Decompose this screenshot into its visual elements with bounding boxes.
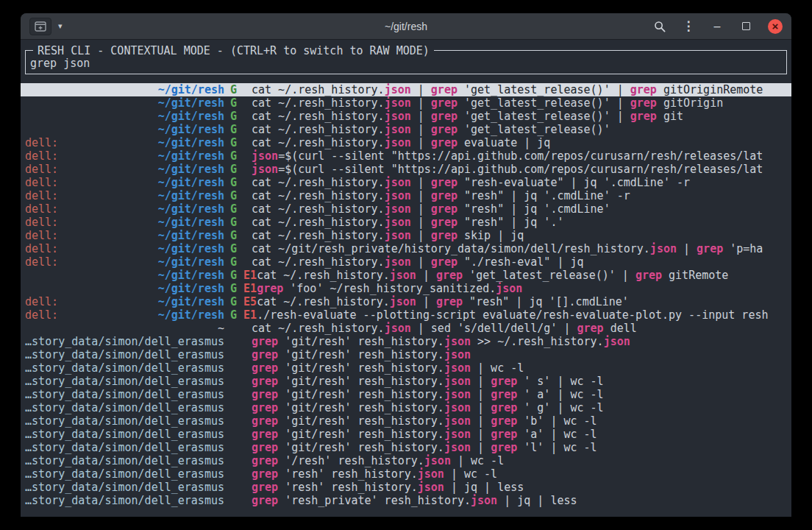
restore-icon (742, 22, 750, 30)
flags-cell (224, 348, 252, 361)
location-cell: …story_data/simon/dell_erasmus (25, 494, 224, 507)
history-row[interactable]: …story_data/simon/dell_erasmusgrep 'git/… (25, 441, 787, 454)
path-label: …story_data/simon/dell_erasmus (25, 428, 224, 441)
history-row[interactable]: ~/git/reshGcat ~/.resh_history.json | gr… (25, 110, 787, 123)
history-row[interactable]: …story_data/simon/dell_erasmusgrep '/res… (25, 454, 787, 467)
host-label: dell: (25, 202, 58, 216)
new-tab-button[interactable] (29, 18, 51, 35)
command-text: cat ~/.resh_history.json | grep evaluate… (252, 136, 550, 149)
history-row[interactable]: ~/git/reshG E1grep 'foo' ~/resh_history_… (25, 282, 787, 295)
git-flag: G (230, 189, 237, 202)
path-label: ~/git/resh (158, 123, 224, 136)
flags-cell (224, 361, 252, 375)
git-flag: G (230, 269, 237, 282)
close-button[interactable]: × (768, 19, 783, 34)
history-row[interactable]: …story_data/simon/dell_erasmusgrep 'git/… (25, 335, 787, 348)
location-cell: …story_data/simon/dell_erasmus (25, 361, 224, 375)
command-text: json=$(curl --silent "https://api.github… (252, 163, 763, 176)
path-label: …story_data/simon/dell_erasmus (25, 375, 224, 388)
history-row[interactable]: ~/git/reshGcat ~/.resh_history.json | gr… (25, 96, 787, 110)
git-flag: G (230, 110, 237, 123)
path-label: …story_data/simon/dell_erasmus (25, 467, 224, 481)
location-cell: ~/git/resh (25, 123, 224, 136)
history-row[interactable]: dell:~/git/reshGcat ~/.resh_history.json… (25, 229, 787, 242)
history-row[interactable]: dell:~/git/reshGjson=$(curl --silent "ht… (25, 163, 787, 176)
command-text: grep 'git/resh' resh_history.json | wc -… (252, 361, 524, 375)
history-row[interactable]: dell:~/git/reshG E5cat ~/.resh_history.j… (25, 295, 787, 308)
command-text: cat ~/.resh_history.json | grep "resh" |… (252, 202, 610, 216)
history-row[interactable]: dell:~/git/reshGjson=$(curl --silent "ht… (25, 149, 787, 163)
path-label: …story_data/simon/dell_erasmus (25, 361, 224, 375)
command-text: grep 'git/resh' resh_history.json | grep… (252, 441, 597, 454)
minimize-button[interactable]: – (710, 20, 724, 33)
flags-cell: G (224, 163, 252, 176)
host-label: dell: (25, 229, 58, 242)
path-label: …story_data/simon/dell_erasmus (25, 481, 224, 494)
history-row[interactable]: dell:~/git/reshGcat ~/git/resh_private/h… (25, 242, 787, 255)
flags-cell: G (224, 216, 252, 229)
history-row[interactable]: dell:~/git/reshG E1./resh-evaluate --plo… (25, 308, 787, 322)
history-row[interactable]: …story_data/simon/dell_erasmusgrep 'resh… (25, 481, 787, 494)
flags-cell: G (224, 136, 252, 149)
host-label: dell: (25, 149, 58, 163)
command-text: cat ~/git/resh_private/history_data/simo… (252, 242, 763, 255)
restore-button[interactable] (739, 20, 752, 33)
path-label: …story_data/simon/dell_erasmus (25, 494, 224, 507)
host-label: dell: (25, 176, 58, 189)
history-row[interactable]: …story_data/simon/dell_erasmusgrep 'git/… (25, 414, 787, 428)
path-label: …story_data/simon/dell_erasmus (25, 401, 224, 414)
path-label: ~/git/resh (158, 229, 224, 242)
history-row[interactable]: dell:~/git/reshGcat ~/.resh_history.json… (25, 176, 787, 189)
location-cell: dell:~/git/resh (25, 136, 224, 149)
path-label: ~/git/resh (158, 110, 224, 123)
history-row[interactable]: dell:~/git/reshGcat ~/.resh_history.json… (25, 136, 787, 149)
command-text: grep '/resh' resh_history.json | wc -l (252, 454, 504, 467)
location-cell: dell:~/git/resh (25, 202, 224, 216)
location-cell: dell:~/git/resh (25, 189, 224, 202)
history-row[interactable]: ~/git/reshG E1cat ~/.resh_history.json |… (25, 269, 787, 282)
history-row[interactable]: dell:~/git/reshGcat ~/.resh_history.json… (25, 216, 787, 229)
location-cell: …story_data/simon/dell_erasmus (25, 481, 224, 494)
path-label: ~/git/resh (158, 255, 224, 269)
host-label: dell: (25, 308, 58, 322)
search-query-input[interactable]: grep json (30, 57, 782, 70)
titlebar[interactable]: ▾ ~/git/resh ⋮ – × (21, 13, 791, 40)
location-cell: dell:~/git/resh (25, 295, 224, 308)
command-text: cat ~/.resh_history.json | grep 'get_lat… (252, 83, 763, 96)
history-row[interactable]: dell:~/git/reshGcat ~/.resh_history.json… (25, 202, 787, 216)
flags-cell: G (224, 123, 252, 136)
command-text: grep 'git/resh' resh_history.json | grep… (252, 414, 597, 428)
history-row[interactable]: dell:~/git/reshGcat ~/.resh_history.json… (25, 255, 787, 269)
flags-cell: G (224, 229, 252, 242)
search-icon[interactable] (653, 20, 666, 33)
history-row[interactable]: …story_data/simon/dell_erasmusgrep 'resh… (25, 467, 787, 481)
history-row[interactable]: …story_data/simon/dell_erasmusgrep 'git/… (25, 428, 787, 441)
history-row[interactable]: …story_data/simon/dell_erasmusgrep 'git/… (25, 348, 787, 361)
kebab-menu-icon[interactable]: ⋮ (682, 20, 695, 33)
flags-cell (224, 401, 252, 414)
flags-cell: G (224, 189, 252, 202)
command-text: grep 'git/resh' resh_history.json | grep… (252, 401, 604, 414)
location-cell: …story_data/simon/dell_erasmus (25, 454, 224, 467)
history-row[interactable]: ~cat ~/.resh_history.json | sed 's/dell/… (25, 322, 787, 335)
history-row[interactable]: ~/git/reshGcat ~/.resh_history.json | gr… (25, 123, 787, 136)
command-text: cat ~/.resh_history.json | grep skip | j… (252, 229, 524, 242)
flags-cell: G (224, 149, 252, 163)
command-text: grep 'resh' resh_history.json | wc -l (252, 467, 497, 481)
history-row[interactable]: ~/git/reshGcat ~/.resh_history.json | gr… (21, 83, 791, 96)
history-row[interactable]: dell:~/git/reshGcat ~/.resh_history.json… (25, 189, 787, 202)
history-row[interactable]: …story_data/simon/dell_erasmusgrep 'git/… (25, 388, 787, 401)
location-cell: …story_data/simon/dell_erasmus (25, 441, 224, 454)
location-cell: dell:~/git/resh (25, 242, 224, 255)
history-row[interactable]: …story_data/simon/dell_erasmusgrep 'git/… (25, 375, 787, 388)
git-flag: G (230, 229, 237, 242)
path-label: …story_data/simon/dell_erasmus (25, 348, 224, 361)
history-row[interactable]: …story_data/simon/dell_erasmusgrep 'git/… (25, 401, 787, 414)
location-cell: dell:~/git/resh (25, 255, 224, 269)
git-flag: G (230, 176, 237, 189)
flags-cell: G (224, 110, 252, 123)
history-row[interactable]: …story_data/simon/dell_erasmusgrep 'resh… (25, 494, 787, 507)
chevron-down-icon[interactable]: ▾ (58, 21, 63, 31)
history-row[interactable]: …story_data/simon/dell_erasmusgrep 'git/… (25, 361, 787, 375)
host-label: dell: (25, 163, 58, 176)
